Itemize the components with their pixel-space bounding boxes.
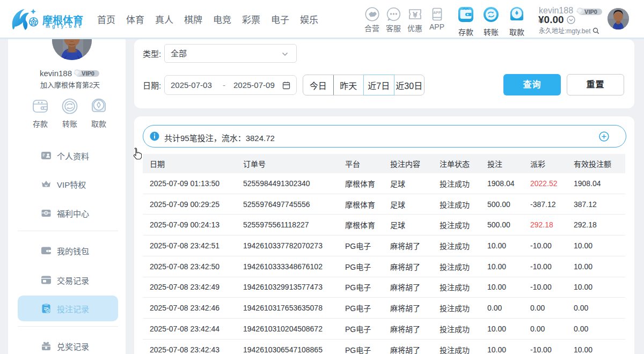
svg-text:VIP0: VIP0 <box>82 70 94 77</box>
svg-text:VIP0: VIP0 <box>584 9 597 15</box>
svg-text:APP: APP <box>433 11 441 14</box>
